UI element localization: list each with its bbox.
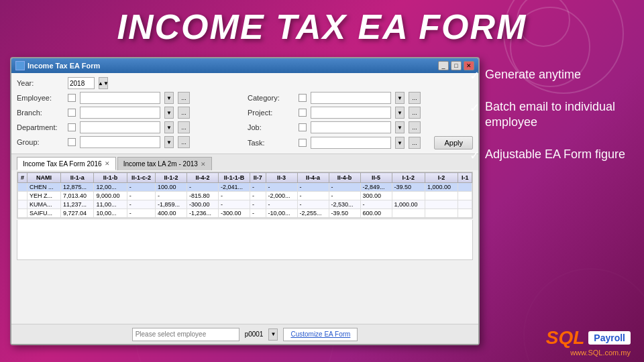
cell: -10,00... bbox=[266, 209, 297, 218]
department-input[interactable] bbox=[80, 121, 160, 133]
department-browse[interactable]: ... bbox=[178, 121, 190, 133]
window-controls[interactable]: _ □ ✕ bbox=[438, 61, 474, 70]
project-checkbox[interactable] bbox=[299, 109, 307, 117]
cell: - bbox=[127, 183, 155, 192]
cell: 9,727.04 bbox=[61, 209, 94, 218]
cell: - bbox=[250, 209, 266, 218]
job-label: Job: bbox=[248, 123, 294, 131]
cell: 1,000.00 bbox=[392, 200, 425, 209]
table-row[interactable]: KUMA... 11,237... 11,00... - -1,859... -… bbox=[18, 200, 472, 209]
tab-close-1[interactable]: ✕ bbox=[105, 160, 110, 167]
employee-select-input[interactable] bbox=[132, 328, 239, 341]
department-checkbox[interactable] bbox=[68, 123, 76, 131]
project-dropdown[interactable]: ▼ bbox=[395, 107, 405, 119]
apply-button[interactable]: Apply bbox=[434, 136, 473, 149]
tab-close-2[interactable]: ✕ bbox=[201, 161, 206, 168]
feature-text-3: Adjustable EA Form figure bbox=[485, 147, 625, 162]
task-browse[interactable]: ... bbox=[409, 137, 421, 149]
year-label: Year: bbox=[17, 79, 64, 87]
website-suffix: .com.my bbox=[602, 349, 631, 357]
customize-ea-form-button[interactable]: Customize EA Form bbox=[283, 328, 358, 341]
job-browse[interactable]: ... bbox=[409, 121, 421, 133]
category-browse[interactable]: ... bbox=[409, 92, 421, 104]
group-browse[interactable]: ... bbox=[178, 136, 190, 148]
feature-item-1: ✓ Generate anytime bbox=[470, 67, 631, 83]
employee-dropdown[interactable]: ▼ bbox=[164, 92, 174, 104]
feature-item-3: ✓ Adjustable EA Form figure bbox=[470, 147, 631, 163]
col-ii3: II-3 bbox=[266, 173, 297, 183]
tab-income-tax-la[interactable]: Income tax LA 2m - 2013 ✕ bbox=[117, 157, 212, 170]
cell bbox=[425, 200, 458, 209]
cell: -2,000... bbox=[266, 192, 297, 200]
table-row[interactable]: CHEN ... 12,875... 12,00... - 100.00 - -… bbox=[18, 183, 472, 192]
cell: -300.00 bbox=[219, 209, 250, 218]
col-nami: NAMI bbox=[28, 173, 61, 183]
cell: -39.50 bbox=[329, 209, 360, 218]
table-row[interactable]: YEH Z... 7,013.40 9,000.00 - - -815.80 -… bbox=[18, 192, 472, 200]
cell: - bbox=[127, 200, 155, 209]
table-row[interactable]: SAIFU... 9,727.04 10,00... - 400.00 -1,2… bbox=[18, 209, 472, 218]
cell bbox=[18, 209, 28, 218]
cell: 100.00 bbox=[156, 183, 187, 192]
cell bbox=[458, 209, 472, 218]
job-checkbox[interactable] bbox=[299, 123, 307, 131]
cell: - bbox=[329, 192, 360, 200]
window-titlebar: Income Tax EA Form _ □ ✕ bbox=[11, 58, 478, 73]
group-input[interactable] bbox=[80, 136, 160, 148]
group-dropdown[interactable]: ▼ bbox=[164, 136, 174, 148]
branch-checkbox[interactable] bbox=[68, 109, 76, 117]
group-checkbox[interactable] bbox=[68, 138, 76, 146]
employee-browse[interactable]: ... bbox=[178, 92, 190, 104]
col-ii4a: II-4-a bbox=[297, 173, 329, 183]
cell: - bbox=[127, 209, 155, 218]
cell: CHEN ... bbox=[28, 183, 61, 192]
col-ii12: II-1-2 bbox=[156, 173, 187, 183]
employee-checkbox[interactable] bbox=[68, 94, 76, 102]
titlebar-left: Income Tax EA Form bbox=[15, 61, 100, 70]
category-checkbox[interactable] bbox=[299, 94, 307, 102]
table-body: CHEN ... 12,875... 12,00... - 100.00 - -… bbox=[18, 183, 472, 218]
maximize-button[interactable]: □ bbox=[451, 61, 462, 70]
employee-label: Employee: bbox=[17, 94, 64, 102]
task-dropdown[interactable]: ▼ bbox=[395, 137, 405, 149]
branch-dropdown[interactable]: ▼ bbox=[164, 107, 174, 119]
cell bbox=[458, 192, 472, 200]
sql-text: SQL bbox=[546, 327, 585, 349]
year-spinner[interactable]: ▲▼ bbox=[99, 77, 108, 89]
project-browse[interactable]: ... bbox=[409, 107, 421, 119]
tab-label-1: Income Tax EA Form 2016 bbox=[23, 160, 102, 168]
col-ii11b: II-1-1-B bbox=[219, 173, 250, 183]
window-title: Income Tax EA Form bbox=[28, 62, 100, 70]
minimize-button[interactable]: _ bbox=[438, 61, 449, 70]
tabs-area: Income Tax EA Form 2016 ✕ Income tax LA … bbox=[11, 154, 478, 170]
employee-input[interactable] bbox=[80, 92, 160, 104]
year-row: Year: ▲▼ bbox=[17, 77, 473, 89]
job-dropdown[interactable]: ▼ bbox=[395, 121, 405, 133]
year-input[interactable] bbox=[68, 77, 95, 89]
form-content: Year: ▲▼ Employee: ▼ ... Category: bbox=[11, 73, 478, 154]
col-i2: I-2 bbox=[425, 173, 458, 183]
cell: - bbox=[187, 183, 219, 192]
col-ii1b: II-1-b bbox=[94, 173, 127, 183]
feature-text-2: Batch email to individual employee bbox=[485, 99, 631, 131]
logo-area: SQL Payroll bbox=[546, 327, 631, 349]
project-input[interactable] bbox=[311, 107, 391, 119]
branch-input[interactable] bbox=[80, 107, 160, 119]
col-ii4b: II-4-b bbox=[329, 173, 360, 183]
category-dropdown[interactable]: ▼ bbox=[395, 92, 405, 104]
cell: - bbox=[266, 183, 297, 192]
employee-select-dropdown[interactable]: ▼ bbox=[268, 328, 278, 341]
tab-income-tax-ea-form[interactable]: Income Tax EA Form 2016 ✕ bbox=[17, 157, 116, 170]
department-dropdown[interactable]: ▼ bbox=[164, 121, 174, 133]
branch-browse[interactable]: ... bbox=[178, 107, 190, 119]
col-ii5: II-5 bbox=[360, 173, 392, 183]
task-input[interactable] bbox=[311, 137, 391, 149]
project-label: Project: bbox=[248, 109, 294, 117]
cell: 1,000.00 bbox=[425, 183, 458, 192]
tab-label-2: Income tax LA 2m - 2013 bbox=[123, 160, 198, 168]
category-input[interactable] bbox=[311, 92, 391, 104]
cell: -39.50 bbox=[392, 183, 425, 192]
cell: KUMA... bbox=[28, 200, 61, 209]
job-input[interactable] bbox=[311, 121, 391, 133]
task-checkbox[interactable] bbox=[299, 139, 307, 147]
